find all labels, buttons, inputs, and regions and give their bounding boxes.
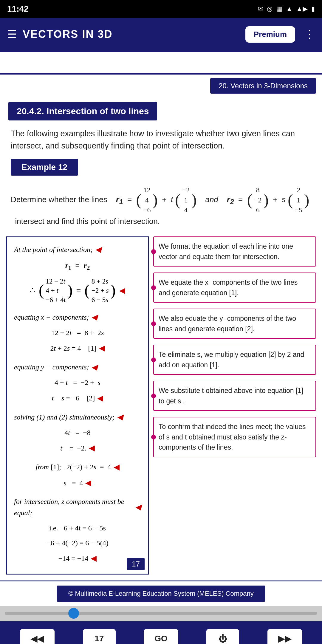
solution-inner: At the point of intersection; ◀ r1 = r2 … [14,243,141,568]
matrix-r2-dir: ( 2 1 −5 ) [288,185,309,215]
annotation-2: We equate the x- components of the two l… [153,273,316,303]
annotation-4-text: Te eliminate s, we multiply equation [2]… [159,351,304,369]
progress-fill [5,612,74,615]
paren-right4: ) [304,192,309,208]
calendar-icon: ▦ [276,5,282,13]
from2-text: s = 4 [64,477,83,489]
rhs-matrix: ( 8 + 2s −2 + s 6 − 5s ) [84,277,116,304]
paren-left3: ( [247,192,252,208]
arrow-z3: ◀ [91,552,97,565]
step-intersection-text: At the point of intersection; [14,244,93,255]
annotation-4: Te eliminate s, we multiply equation [2]… [153,345,316,375]
paren-left2: ( [175,192,180,208]
step-z2: −6 + 4(−2) = 6 − 5(4) [14,537,141,549]
premium-button[interactable]: Premium [245,26,295,43]
arrow-from2: ◀ [85,477,91,489]
step-eq-y1: 4 + t = −2 + s [14,377,141,388]
status-time: 11:42 [7,4,29,14]
eq-y1-text: 4 + t = −2 + s [55,379,100,386]
step-eq-y-label: equating y − components; ◀ [14,361,141,374]
progress-bar-wrap[interactable] [0,606,322,621]
annotation-5: We substitute t obtained above into equa… [153,381,316,411]
annotation-1: We format the equation of each line into… [153,236,316,267]
go-button[interactable]: GO [144,629,178,644]
z1-text: i.e. −6 + 4t = 6 − 5s [49,524,106,532]
eq-x1-text: 12 − 2t = 8 + 2s [51,329,104,337]
paren-left: ( [136,192,141,208]
annotation-1-text: We format the equation of each line into… [159,242,293,261]
power-button[interactable]: ⏻ [206,629,239,644]
eq-x2-text: 2t + 2s = 4 [1] [50,343,96,354]
step-eq-y2: t − s = −6 [2] ◀ [14,392,141,405]
footer-copyright: © Multimedia E-Learning Education System… [57,586,265,602]
matrix-r1-dir: ( −2 1 4 ) [175,185,196,215]
step-from1: from [1]; 2(−2) + 2s = 4 ◀ [14,461,141,473]
step-eq-x-label: equating x − components; ◀ [14,311,141,323]
page-number-input[interactable]: 17 [83,629,116,644]
mail-icon: ✉ [258,5,263,13]
rhs-vals: 8 + 2s −2 + s 6 − 5s [92,277,109,304]
footer-section: © Multimedia E-Learning Education System… [0,580,322,606]
back-button[interactable]: ◀◀ [20,629,55,644]
annotation-dot-2 [151,285,156,290]
step-z3: −14 = −14 ◀ [14,552,141,565]
section-title-wrap: 20.4.2. Intersection of two lines [0,97,322,120]
app-bar: ☰ VECTORS IN 3D Premium ⋮ [0,18,322,51]
step-intersection: At the point of intersection; ◀ [14,243,141,256]
progress-track[interactable] [5,612,317,615]
solution-box: At the point of intersection; ◀ r1 = r2 … [6,236,149,575]
arrow-matrix: ◀ [119,284,125,297]
step-solving-label: solving (1) and (2) simultaneously; ◀ [14,411,141,423]
from1-text: from [1]; 2(−2) + 2s = 4 [35,461,111,473]
eq-y-text: equating y − components; [14,361,89,373]
matrix-r2-dir-values: 2 1 −5 [295,185,303,215]
annotation-dot-5 [151,394,156,398]
arrow-from1: ◀ [114,461,120,473]
progress-thumb[interactable] [68,608,79,619]
z-label-text: for intersection, z components must be e… [14,496,133,519]
matrix-r2-const: ( 8 −2 6 ) [247,185,269,215]
signal-icon: ▲▶ [296,5,308,13]
lhs-vals: 12 − 2t 4 + t −6 + 4t [46,277,66,304]
step-solve2: t = −2. ◀ [14,442,141,454]
z3-text: −14 = −14 [58,553,89,564]
arrow-solve2: ◀ [89,442,95,454]
annotation-3: We also equate the y- components of the … [153,309,316,339]
app-title: VECTORS IN 3D [23,28,239,41]
arrow-z-label: ◀ [135,501,141,513]
chapter-header: 20. Vectors in 3-Dimensions [0,75,322,97]
step-z-label: for intersection, z components must be e… [14,496,141,519]
therefore-symbol: ∴ [30,284,35,297]
step-solve1: 4t = −8 [14,427,141,438]
step-matrix-eq: ∴ ( 12 − 2t 4 + t −6 + 4t ) = ( [14,277,141,304]
annotation-dot-4 [151,357,156,362]
arrow-solving: ◀ [117,411,123,423]
matrix-r2-values: 8 −2 6 [254,185,262,215]
paren-left4: ( [288,192,293,208]
top-decoration [0,51,322,75]
matrix-r1-dir-values: −2 1 4 [182,185,190,215]
status-icons: ✉ ◎ ▦ ▲ ▲▶ ▮ [258,5,315,13]
t-var: t [171,195,173,204]
arrow1: ◀ [95,243,101,256]
annotation-dot-1 [151,249,156,254]
forward-button[interactable]: ▶▶ [267,629,302,644]
step-r1-r2-text: r1 = r2 [65,261,90,270]
z2-text: −6 + 4(−2) = 6 − 5(4) [47,539,109,547]
arrow-eq-x2: ◀ [99,342,105,354]
arrow-eq-x: ◀ [91,311,97,323]
page-number-badge: 17 [127,558,145,570]
example-badge-wrap: Example 12 [0,157,322,180]
annotation-2-text: We equate the x- components of the two l… [159,278,298,297]
eq-y2-text: t − s = −6 [2] [52,392,95,404]
s-var: s [282,195,286,204]
more-icon[interactable]: ⋮ [304,28,315,41]
step-eq-x2: 2t + 2s = 4 [1] ◀ [14,342,141,354]
annotation-5-text: We substitute t obtained above into equa… [159,387,303,405]
hamburger-icon[interactable]: ☰ [7,28,17,41]
matrix-r1-const: ( 12 4 −6 ) [136,185,158,215]
paren-right: ) [152,192,157,208]
description-text: The following examples illustrate how to… [0,120,322,157]
solve2-text: t = −2. [60,442,86,454]
annotation-dot-6 [151,435,156,439]
